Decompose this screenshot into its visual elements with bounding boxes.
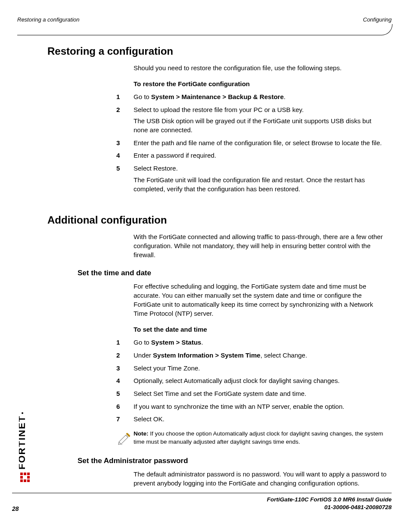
step-text: If you want to synchronize the time with…	[134, 403, 344, 410]
step-4: Optionally, select Automatically adjust …	[116, 376, 387, 386]
svg-rect-6	[24, 479, 26, 482]
step-7: Select OK.	[116, 415, 387, 424]
content: Restoring a configuration Should you nee…	[47, 45, 387, 495]
heading-time-date: Set the time and date	[78, 269, 387, 277]
svg-rect-7	[27, 479, 30, 482]
intro-admin-password: The default administrator password is no…	[134, 470, 387, 488]
svg-rect-4	[27, 476, 30, 479]
steps-restore: Go to System > Maintenance > Backup & Re…	[116, 93, 387, 193]
subhead-time-date: To set the date and time	[134, 326, 387, 333]
step-text: Enter a password if required.	[134, 152, 216, 159]
footer-rule	[12, 493, 392, 493]
intro-additional: With the FortiGate connected and allowin…	[134, 232, 387, 259]
page-footer: 28 FortiGate-110C FortiOS 3.0 MR6 Instal…	[12, 493, 392, 511]
step-3: Enter the path and file name of the conf…	[116, 139, 387, 148]
note-block: Note: If you choose the option Automatic…	[116, 430, 387, 447]
step-suffix: .	[283, 93, 285, 100]
step-suffix: .	[201, 339, 203, 346]
step-text: Select OK.	[134, 415, 165, 423]
intro-time-date: For effective scheduling and logging, th…	[134, 282, 387, 318]
note-text: Note: If you choose the option Automatic…	[134, 430, 387, 446]
step-5: Select Set Time and set the FortiGate sy…	[116, 389, 387, 398]
step-text: Select your Time Zone.	[134, 364, 200, 372]
step-6: If you want to synchronize the time with…	[116, 402, 387, 411]
step-2: Under System Information > System Time, …	[116, 351, 387, 360]
step-5: Select Restore. The FortiGate unit will …	[116, 164, 387, 193]
footer-line1: FortiGate-110C FortiOS 3.0 MR6 Install G…	[267, 496, 392, 503]
page: Restoring a configuration Configuring Re…	[0, 0, 411, 532]
step-note: The USB Disk option will be grayed out i…	[134, 117, 387, 134]
note-label: Note:	[134, 430, 149, 437]
step-suffix: , select Change.	[260, 352, 307, 359]
subhead-restore-procedure: To restore the FortiGate configuration	[134, 80, 387, 87]
svg-rect-5	[20, 479, 23, 482]
step-bold: System Information > System Time	[153, 352, 260, 359]
step-text: Under	[134, 352, 153, 359]
page-number: 28	[12, 505, 19, 512]
step-text: Optionally, select Automatically adjust …	[134, 377, 339, 384]
step-text: Go to	[134, 339, 151, 346]
step-4: Enter a password if required.	[116, 151, 387, 160]
header-right: Configuring	[363, 16, 392, 23]
footer-text: FortiGate-110C FortiOS 3.0 MR6 Install G…	[12, 496, 392, 511]
note-body: If you choose the option Automatically a…	[134, 430, 383, 445]
step-1: Go to System > Maintenance > Backup & Re…	[116, 93, 387, 102]
svg-rect-0	[20, 473, 23, 475]
intro-restoring: Should you need to restore the configura…	[134, 63, 387, 72]
step-text: Enter the path and file name of the conf…	[134, 139, 382, 146]
step-text: Select to upload the restore file from y…	[134, 106, 304, 113]
logo-text: FORTINET	[19, 415, 27, 470]
svg-rect-1	[24, 473, 26, 475]
step-note: The FortiGate unit will load the configu…	[134, 176, 387, 193]
note-icon	[116, 431, 133, 447]
step-text: Select Restore.	[134, 165, 178, 172]
step-2: Select to upload the restore file from y…	[116, 106, 387, 135]
step-text: Go to	[134, 93, 151, 100]
fortinet-logo: FORTINET	[19, 411, 31, 485]
svg-rect-3	[20, 476, 23, 479]
heading-additional: Additional configuration	[47, 214, 387, 226]
heading-admin-password: Set the Administrator password	[78, 457, 387, 465]
section-additional: Additional configuration With the FortiG…	[47, 214, 387, 488]
step-3: Select your Time Zone.	[116, 364, 387, 373]
step-bold: System > Status	[151, 339, 201, 346]
step-1: Go to System > Status.	[116, 338, 387, 347]
steps-time-date: Go to System > Status. Under System Info…	[116, 338, 387, 424]
svg-rect-2	[27, 473, 30, 475]
header-rule	[17, 24, 392, 35]
svg-point-8	[22, 412, 23, 414]
step-bold: System > Maintenance > Backup & Restore	[151, 93, 284, 100]
header-left: Restoring a configuration	[17, 16, 80, 23]
step-text: Select Set Time and set the FortiGate sy…	[134, 390, 306, 397]
page-header: Restoring a configuration Configuring	[17, 16, 392, 23]
footer-line2: 01-30006-0481-20080728	[324, 504, 392, 510]
heading-restoring: Restoring a configuration	[47, 45, 387, 57]
section-restoring: Restoring a configuration Should you nee…	[47, 45, 387, 193]
